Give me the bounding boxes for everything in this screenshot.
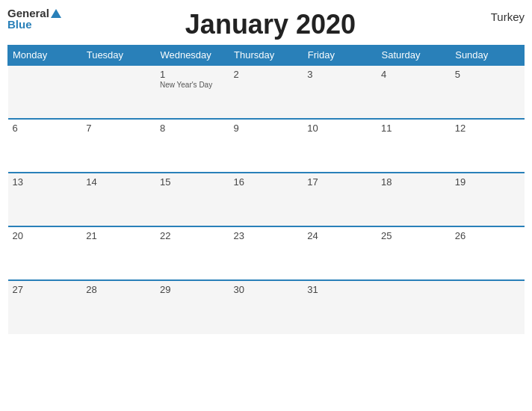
day-number: 27 xyxy=(13,284,78,295)
calendar-container: General Blue January 2020 Turkey MondayT… xyxy=(0,0,532,411)
calendar-cell: 23 xyxy=(229,226,303,280)
calendar-cell xyxy=(8,65,82,119)
calendar-cell: 9 xyxy=(229,119,303,173)
calendar-cell: 31 xyxy=(303,280,377,334)
calendar-cell: 28 xyxy=(81,280,155,334)
calendar-cell: 3 xyxy=(303,65,377,119)
day-number: 15 xyxy=(160,176,225,188)
calendar-cell: 7 xyxy=(81,119,155,173)
calendar-cell: 29 xyxy=(155,280,229,334)
day-number: 9 xyxy=(234,123,299,134)
week-row-3: 13141516171819 xyxy=(8,173,525,226)
logo-triangle-icon xyxy=(51,9,61,18)
day-number: 22 xyxy=(160,230,225,241)
logo-blue-text: Blue xyxy=(7,19,32,30)
day-number: 23 xyxy=(234,230,299,241)
day-number: 4 xyxy=(381,69,446,80)
week-row-2: 6789101112 xyxy=(8,119,525,173)
calendar-cell xyxy=(377,280,451,334)
weekday-header-thursday: Thursday xyxy=(229,46,303,66)
calendar-cell: 30 xyxy=(229,280,303,334)
calendar-cell xyxy=(451,280,525,334)
calendar-cell: 17 xyxy=(303,173,377,226)
weekday-header-sunday: Sunday xyxy=(451,46,525,66)
calendar-cell: 1New Year's Day xyxy=(155,65,229,119)
day-number: 31 xyxy=(307,284,372,295)
calendar-cell: 11 xyxy=(377,119,451,173)
calendar-cell: 20 xyxy=(8,226,82,280)
calendar-cell: 18 xyxy=(377,173,451,226)
calendar-cell: 2 xyxy=(229,65,303,119)
calendar-cell: 25 xyxy=(377,226,451,280)
day-number: 24 xyxy=(307,230,372,241)
day-number: 25 xyxy=(381,230,446,241)
calendar-cell: 4 xyxy=(377,65,451,119)
day-number: 21 xyxy=(86,230,151,241)
weekday-header-monday: Monday xyxy=(8,46,82,66)
week-row-5: 2728293031 xyxy=(8,280,525,334)
week-row-1: 1New Year's Day2345 xyxy=(8,65,525,119)
calendar-cell: 21 xyxy=(81,226,155,280)
country-label: Turkey xyxy=(480,7,525,23)
calendar-cell: 6 xyxy=(8,119,82,173)
calendar-cell xyxy=(81,65,155,119)
calendar-cell: 16 xyxy=(229,173,303,226)
calendar-cell: 5 xyxy=(451,65,525,119)
calendar-cell: 8 xyxy=(155,119,229,173)
holiday-label: New Year's Day xyxy=(160,81,225,89)
calendar-cell: 10 xyxy=(303,119,377,173)
day-number: 5 xyxy=(455,69,520,80)
day-number: 19 xyxy=(455,176,520,188)
weekday-header-saturday: Saturday xyxy=(377,46,451,66)
day-number: 17 xyxy=(307,176,372,188)
month-title: January 2020 xyxy=(61,7,480,40)
calendar-cell: 22 xyxy=(155,226,229,280)
day-number: 1 xyxy=(160,69,225,80)
calendar-cell: 13 xyxy=(8,173,82,226)
week-row-4: 20212223242526 xyxy=(8,226,525,280)
calendar-cell: 15 xyxy=(155,173,229,226)
day-number: 29 xyxy=(160,284,225,295)
day-number: 28 xyxy=(86,284,151,295)
logo-general-text: General xyxy=(7,7,49,19)
day-number: 13 xyxy=(13,176,78,188)
day-number: 8 xyxy=(160,123,225,134)
day-number: 12 xyxy=(455,123,520,134)
day-number: 30 xyxy=(234,284,299,295)
day-number: 7 xyxy=(86,123,151,134)
calendar-cell: 27 xyxy=(8,280,82,334)
day-number: 6 xyxy=(13,123,78,134)
logo: General Blue xyxy=(7,7,61,30)
calendar-cell: 14 xyxy=(81,173,155,226)
calendar-table: MondayTuesdayWednesdayThursdayFridaySatu… xyxy=(7,45,525,334)
day-number: 11 xyxy=(381,123,446,134)
header-area: General Blue January 2020 Turkey xyxy=(7,7,525,40)
calendar-cell: 12 xyxy=(451,119,525,173)
day-number: 3 xyxy=(307,69,372,80)
day-number: 2 xyxy=(234,69,299,80)
day-number: 26 xyxy=(455,230,520,241)
day-number: 20 xyxy=(13,230,78,241)
weekday-header-row: MondayTuesdayWednesdayThursdayFridaySatu… xyxy=(8,46,525,66)
calendar-cell: 26 xyxy=(451,226,525,280)
calendar-cell: 19 xyxy=(451,173,525,226)
day-number: 16 xyxy=(234,176,299,188)
day-number: 10 xyxy=(307,123,372,134)
weekday-header-tuesday: Tuesday xyxy=(81,46,155,66)
weekday-header-friday: Friday xyxy=(303,46,377,66)
calendar-cell: 24 xyxy=(303,226,377,280)
day-number: 14 xyxy=(86,176,151,188)
day-number: 18 xyxy=(381,176,446,188)
weekday-header-wednesday: Wednesday xyxy=(155,46,229,66)
